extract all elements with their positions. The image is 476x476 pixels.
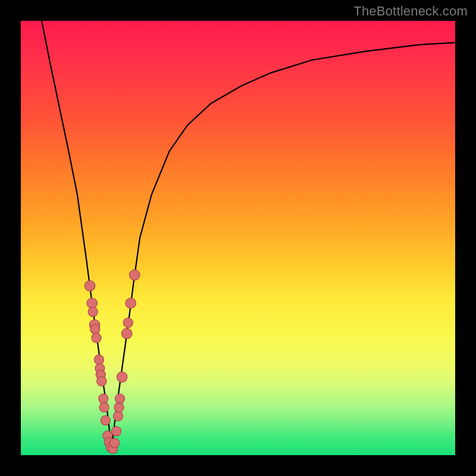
bead-marker xyxy=(121,328,132,339)
bead-marker xyxy=(99,394,108,403)
bead-marker xyxy=(110,439,120,448)
bead-marker xyxy=(112,427,121,436)
bead-marker xyxy=(126,298,136,309)
bead-marker xyxy=(99,403,109,412)
curve-right-branch xyxy=(112,43,455,449)
bead-marker xyxy=(84,281,95,292)
bead-marker xyxy=(117,372,127,383)
bead-marker xyxy=(94,355,104,364)
bead-marker xyxy=(97,377,107,386)
plot-area xyxy=(21,21,455,455)
bead-marker xyxy=(90,324,100,334)
chart-frame: TheBottleneck.com xyxy=(0,0,476,476)
bead-marker xyxy=(88,307,98,317)
watermark-text: TheBottleneck.com xyxy=(353,4,468,19)
bead-marker xyxy=(92,333,101,343)
bead-marker xyxy=(123,318,133,327)
bottleneck-curve xyxy=(21,21,455,455)
bead-marker xyxy=(101,416,110,425)
bead-marker xyxy=(115,394,124,403)
bead-marker xyxy=(130,270,140,280)
bead-marker xyxy=(113,411,123,421)
bead-marker xyxy=(114,403,124,412)
